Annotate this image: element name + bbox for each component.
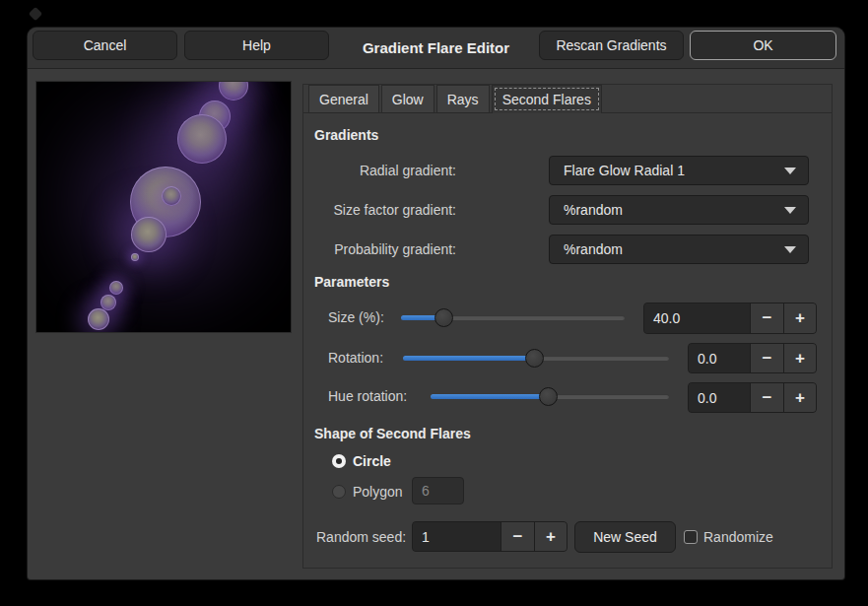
hue-rotation-value-input[interactable]: 0.0 bbox=[689, 383, 750, 412]
flare-glow bbox=[219, 81, 248, 101]
radial-gradient-dropdown[interactable]: Flare Glow Radial 1 bbox=[549, 156, 809, 185]
flare-glow bbox=[100, 295, 116, 310]
random-seed-label: Random seed: bbox=[316, 529, 406, 545]
ok-button[interactable]: OK bbox=[690, 31, 836, 60]
flare-glow bbox=[131, 217, 167, 252]
polygon-radio-label[interactable]: Polygon bbox=[353, 484, 403, 500]
plus-icon: + bbox=[795, 388, 805, 408]
rotation-spinner: 0.0 − + bbox=[688, 343, 817, 373]
new-seed-button[interactable]: New Seed bbox=[574, 521, 676, 553]
chevron-down-icon bbox=[784, 168, 796, 174]
flare-glow bbox=[162, 186, 181, 206]
tab-rays[interactable]: Rays bbox=[436, 85, 490, 112]
radial-gradient-label: Radial gradient: bbox=[303, 163, 456, 178]
rotation-slider[interactable] bbox=[403, 348, 669, 368]
hue-rotation-decrement-button[interactable]: − bbox=[750, 383, 783, 412]
chevron-down-icon bbox=[784, 207, 796, 214]
circle-radio[interactable] bbox=[332, 454, 346, 468]
probability-gradient-value: %random bbox=[564, 241, 784, 257]
tab-second-flares[interactable]: Second Flares bbox=[492, 85, 602, 113]
slider-handle[interactable] bbox=[539, 387, 558, 406]
size-value-input[interactable]: 40.0 bbox=[644, 303, 750, 333]
minus-icon: − bbox=[763, 349, 772, 369]
size-increment-button[interactable]: + bbox=[783, 303, 816, 333]
tab-general[interactable]: General bbox=[308, 85, 379, 112]
minus-icon: − bbox=[763, 308, 772, 328]
flare-preview[interactable] bbox=[35, 81, 292, 333]
slider-handle[interactable] bbox=[434, 308, 453, 327]
flare-glow bbox=[109, 281, 123, 295]
window-title: Gradient Flare Editor bbox=[363, 39, 509, 56]
random-seed-decrement-button[interactable]: − bbox=[501, 522, 534, 551]
size-slider[interactable] bbox=[401, 307, 625, 327]
random-seed-spinner: 1 − + bbox=[412, 521, 568, 552]
rescan-gradients-button[interactable]: Rescan Gradients bbox=[539, 31, 684, 60]
hue-rotation-spinner: 0.0 − + bbox=[688, 382, 817, 413]
radial-gradient-value: Flare Glow Radial 1 bbox=[564, 163, 784, 178]
flare-glow bbox=[177, 114, 227, 164]
plus-icon: + bbox=[546, 527, 556, 547]
size-spinner: 40.0 − + bbox=[643, 303, 817, 334]
cancel-button[interactable]: Cancel bbox=[33, 31, 177, 60]
random-seed-increment-button[interactable]: + bbox=[534, 522, 567, 551]
randomize-label[interactable]: Randomize bbox=[703, 529, 773, 545]
hue-rotation-slider[interactable] bbox=[431, 386, 669, 406]
tab-glow[interactable]: Glow bbox=[381, 85, 434, 112]
rotation-label: Rotation: bbox=[328, 350, 383, 366]
probability-gradient-dropdown[interactable]: %random bbox=[549, 235, 809, 264]
shape-heading: Shape of Second Flares bbox=[314, 426, 471, 441]
size-factor-gradient-value: %random bbox=[564, 202, 784, 218]
help-button[interactable]: Help bbox=[184, 31, 329, 60]
window-icon[interactable] bbox=[29, 7, 42, 21]
slider-fill bbox=[431, 394, 549, 399]
gradients-heading: Gradients bbox=[314, 127, 378, 143]
hue-rotation-increment-button[interactable]: + bbox=[783, 383, 816, 412]
circle-radio-label[interactable]: Circle bbox=[353, 453, 391, 469]
slider-handle[interactable] bbox=[525, 349, 544, 368]
rotation-increment-button[interactable]: + bbox=[783, 344, 816, 372]
parameters-heading: Parameters bbox=[314, 274, 389, 290]
flare-glow bbox=[131, 253, 139, 261]
probability-gradient-label: Probability gradient: bbox=[303, 241, 456, 257]
randomize-checkbox[interactable] bbox=[684, 530, 698, 544]
gradient-flare-editor-window: Cancel Help Gradient Flare Editor Rescan… bbox=[28, 28, 844, 579]
minus-icon: − bbox=[513, 527, 523, 547]
hue-rotation-label: Hue rotation: bbox=[328, 388, 407, 404]
rotation-value-input[interactable]: 0.0 bbox=[689, 344, 750, 372]
size-decrement-button[interactable]: − bbox=[750, 303, 783, 333]
polygon-radio[interactable] bbox=[332, 485, 346, 499]
plus-icon: + bbox=[795, 308, 805, 328]
minus-icon: − bbox=[763, 388, 772, 408]
titlebar[interactable]: Cancel Help Gradient Flare Editor Rescan… bbox=[28, 28, 844, 69]
size-factor-gradient-label: Size factor gradient: bbox=[303, 202, 456, 218]
slider-fill bbox=[403, 356, 535, 361]
flare-glow bbox=[88, 308, 109, 330]
chevron-down-icon bbox=[784, 246, 796, 253]
editor-panel: GeneralGlowRaysSecond Flares Gradients R… bbox=[302, 84, 833, 569]
tab-bar: GeneralGlowRaysSecond Flares bbox=[303, 85, 832, 113]
desktop-background: Cancel Help Gradient Flare Editor Rescan… bbox=[0, 0, 868, 606]
random-seed-input[interactable]: 1 bbox=[413, 522, 501, 551]
polygon-sides-input[interactable]: 6 bbox=[412, 477, 464, 505]
rotation-decrement-button[interactable]: − bbox=[750, 344, 783, 372]
size-label: Size (%): bbox=[328, 309, 384, 325]
size-factor-gradient-dropdown[interactable]: %random bbox=[549, 195, 809, 225]
plus-icon: + bbox=[795, 349, 805, 369]
